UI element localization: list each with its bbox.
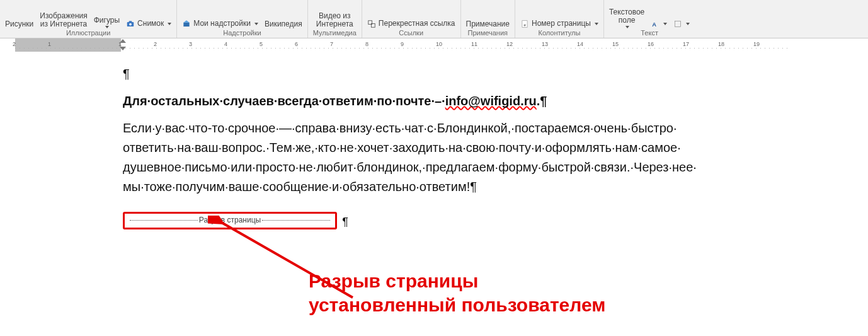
annotation-line2: установленный пользователем — [309, 293, 762, 317]
online-pictures-button[interactable]: Изображения из Интернета — [40, 12, 87, 28]
group-media: Видео из Интернета Мультимедиа — [308, 0, 362, 38]
horizontal-ruler[interactable]: 2112345678910111213141516171819 — [0, 38, 868, 53]
group-title: Мультимедиа — [313, 28, 357, 37]
text-extra2-button[interactable] — [673, 20, 690, 28]
group-headerfooter: # Номер страницы Колонтитулы — [515, 0, 604, 38]
camera-icon — [126, 20, 135, 28]
cross-ref-icon — [367, 20, 376, 28]
wikipedia-label: Википедия — [265, 20, 302, 28]
shapes-label: Фигуры — [94, 16, 120, 25]
chevron-down-icon — [625, 26, 629, 28]
page-break-label: Разрыв страницы — [199, 216, 261, 224]
annotation-text: Разрыв страницы установленный пользовате… — [309, 269, 762, 316]
document-workspace: ¶ Для·остальных·случаев·всегда·ответим·п… — [0, 52, 868, 336]
svg-point-1 — [129, 23, 132, 26]
shapes-button[interactable]: Фигуры — [94, 16, 120, 28]
group-title: Иллюстрации — [66, 28, 110, 37]
chevron-down-icon — [663, 23, 667, 25]
chevron-down-icon — [686, 23, 690, 25]
text-box-label: Текстовое поле — [609, 8, 644, 25]
my-addins-button[interactable]: Мои надстройки — [182, 20, 258, 28]
comment-button[interactable]: Примечание — [466, 20, 510, 28]
svg-rect-3 — [184, 23, 190, 26]
svg-marker-4 — [184, 20, 190, 23]
comment-label: Примечание — [466, 20, 510, 28]
page-content[interactable]: ¶ Для·остальных·случаев·всегда·ответим·п… — [123, 64, 728, 229]
chevron-down-icon — [595, 23, 598, 25]
annotation-highlight-box: Разрыв страницы — [123, 212, 337, 229]
ribbon: Рисунки Изображения из Интернета Фигуры … — [0, 0, 868, 38]
bold-paragraph: Для·остальных·случаев·всегда·ответим·по·… — [123, 91, 728, 111]
page-number-button[interactable]: # Номер страницы — [520, 20, 598, 28]
group-title: Примечания — [468, 28, 508, 37]
empty-paragraph: ¶ — [123, 64, 728, 84]
bold-text: Для·остальных·случаев·всегда·ответим·по·… — [123, 94, 445, 108]
symbol-icon — [673, 20, 682, 28]
cross-reference-button[interactable]: Перекрестная ссылка — [367, 20, 455, 28]
annotation-line1: Разрыв страницы — [309, 269, 762, 293]
svg-text:A: A — [653, 21, 657, 28]
svg-rect-2 — [129, 21, 132, 22]
screenshot-label: Снимок — [137, 20, 164, 28]
group-title: Колонтитулы — [539, 28, 581, 37]
group-comments: Примечание Примечания — [461, 0, 515, 38]
chevron-down-icon — [254, 23, 258, 25]
cross-reference-label: Перекрестная ссылка — [379, 20, 455, 28]
group-title: Текст — [641, 28, 658, 37]
group-text: Текстовое поле A Текст — [604, 0, 695, 38]
store-icon — [182, 20, 191, 28]
online-pictures-label: Изображения из Интернета — [40, 12, 87, 28]
page[interactable]: ¶ Для·остальных·случаев·всегда·ответим·п… — [31, 52, 850, 335]
group-title: Надстройки — [223, 28, 261, 37]
group-illustrations: Рисунки Изображения из Интернета Фигуры … — [0, 0, 177, 38]
group-links: Перекрестная ссылка Ссылки — [362, 0, 461, 38]
text-extra-button[interactable]: A — [651, 20, 667, 28]
pilcrow-icon: ¶ — [342, 216, 348, 229]
online-video-button[interactable]: Видео из Интернета — [316, 12, 353, 28]
pictures-button[interactable]: Рисунки — [5, 20, 33, 28]
svg-rect-10 — [675, 21, 681, 26]
pictures-label: Рисунки — [5, 20, 33, 28]
screenshot-button[interactable]: Снимок — [126, 20, 171, 28]
group-addins: Мои надстройки Википедия Надстройки — [177, 0, 307, 38]
group-title: Ссылки — [399, 28, 423, 37]
dropcap-icon: A — [651, 20, 660, 28]
online-video-label: Видео из Интернета — [316, 12, 353, 28]
chevron-down-icon — [168, 23, 171, 25]
my-addins-label: Мои надстройки — [193, 20, 251, 28]
email-text: info@wifigid.ru — [445, 94, 537, 108]
bold-tail: .¶ — [537, 94, 547, 108]
body-paragraph: Если·у·вас·что-то·срочное·—·справа·внизу… — [123, 119, 728, 197]
wikipedia-button[interactable]: Википедия — [265, 20, 302, 28]
text-box-button[interactable]: Текстовое поле — [609, 8, 644, 28]
page-break-marker: Разрыв страницы ¶ — [123, 212, 337, 229]
page-number-icon: # — [520, 20, 529, 28]
page-number-label: Номер страницы — [532, 20, 591, 28]
